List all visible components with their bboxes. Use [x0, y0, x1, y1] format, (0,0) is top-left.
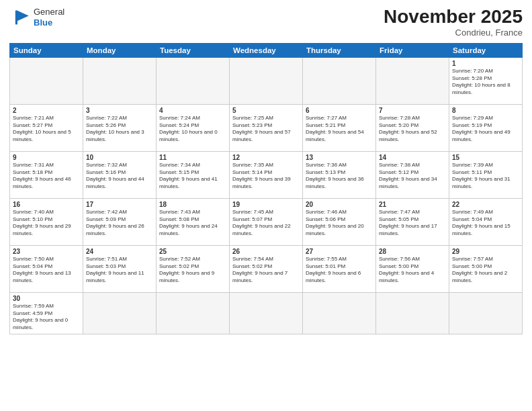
logo-blue: Blue — [34, 17, 52, 28]
day-number: 17 — [86, 201, 153, 208]
table-row: 11Sunrise: 7:34 AM Sunset: 5:15 PM Dayli… — [157, 151, 230, 198]
day-info: Sunrise: 7:54 AM Sunset: 5:02 PM Dayligh… — [232, 256, 300, 285]
day-number: 29 — [452, 248, 519, 255]
svg-marker-0 — [17, 10, 29, 21]
day-number: 7 — [379, 107, 446, 114]
title-block: November 2025 Condrieu, France — [384, 7, 523, 38]
day-info: Sunrise: 7:52 AM Sunset: 5:02 PM Dayligh… — [159, 256, 226, 285]
day-info: Sunrise: 7:35 AM Sunset: 5:14 PM Dayligh… — [232, 162, 300, 191]
table-row: 7Sunrise: 7:28 AM Sunset: 5:20 PM Daylig… — [376, 104, 449, 151]
location: Condrieu, France — [384, 28, 523, 38]
calendar-table: Sunday Monday Tuesday Wednesday Thursday… — [9, 43, 523, 334]
table-row: 22Sunrise: 7:49 AM Sunset: 5:04 PM Dayli… — [449, 198, 523, 245]
day-info: Sunrise: 7:32 AM Sunset: 5:16 PM Dayligh… — [86, 162, 153, 191]
day-info: Sunrise: 7:21 AM Sunset: 5:27 PM Dayligh… — [13, 115, 80, 144]
week-row-4: 16Sunrise: 7:40 AM Sunset: 5:10 PM Dayli… — [10, 198, 523, 245]
col-sunday: Sunday — [10, 43, 83, 57]
day-info: Sunrise: 7:39 AM Sunset: 5:11 PM Dayligh… — [452, 162, 519, 191]
day-number: 13 — [306, 154, 373, 161]
table-row: 30Sunrise: 7:59 AM Sunset: 4:59 PM Dayli… — [10, 292, 83, 334]
logo: General Blue — [9, 7, 64, 28]
table-row: 10Sunrise: 7:32 AM Sunset: 5:16 PM Dayli… — [83, 151, 157, 198]
day-number: 23 — [13, 248, 80, 255]
table-row: 3Sunrise: 7:22 AM Sunset: 5:26 PM Daylig… — [83, 104, 157, 151]
week-row-3: 9Sunrise: 7:31 AM Sunset: 5:18 PM Daylig… — [10, 151, 523, 198]
table-row: 2Sunrise: 7:21 AM Sunset: 5:27 PM Daylig… — [10, 104, 83, 151]
table-row: 4Sunrise: 7:24 AM Sunset: 5:24 PM Daylig… — [157, 104, 230, 151]
day-number: 5 — [232, 107, 300, 114]
table-row: 5Sunrise: 7:25 AM Sunset: 5:23 PM Daylig… — [230, 104, 303, 151]
day-info: Sunrise: 7:51 AM Sunset: 5:03 PM Dayligh… — [86, 256, 153, 285]
day-info: Sunrise: 7:36 AM Sunset: 5:13 PM Dayligh… — [306, 162, 373, 191]
day-number: 1 — [452, 60, 519, 67]
table-row — [303, 57, 376, 104]
table-row: 20Sunrise: 7:46 AM Sunset: 5:06 PM Dayli… — [303, 198, 376, 245]
day-number: 26 — [232, 248, 300, 255]
table-row: 12Sunrise: 7:35 AM Sunset: 5:14 PM Dayli… — [230, 151, 303, 198]
table-row: 8Sunrise: 7:29 AM Sunset: 5:19 PM Daylig… — [449, 104, 523, 151]
day-info: Sunrise: 7:24 AM Sunset: 5:24 PM Dayligh… — [159, 115, 226, 144]
day-info: Sunrise: 7:56 AM Sunset: 5:00 PM Dayligh… — [379, 256, 446, 285]
day-info: Sunrise: 7:55 AM Sunset: 5:01 PM Dayligh… — [306, 256, 373, 285]
day-info: Sunrise: 7:49 AM Sunset: 5:04 PM Dayligh… — [452, 209, 519, 238]
day-info: Sunrise: 7:38 AM Sunset: 5:12 PM Dayligh… — [379, 162, 446, 191]
day-number: 28 — [379, 248, 446, 255]
table-row: 9Sunrise: 7:31 AM Sunset: 5:18 PM Daylig… — [10, 151, 83, 198]
table-row: 26Sunrise: 7:54 AM Sunset: 5:02 PM Dayli… — [230, 245, 303, 292]
table-row: 23Sunrise: 7:50 AM Sunset: 5:04 PM Dayli… — [10, 245, 83, 292]
day-number: 9 — [13, 154, 80, 161]
week-row-1: 1Sunrise: 7:20 AM Sunset: 5:28 PM Daylig… — [10, 57, 523, 104]
col-wednesday: Wednesday — [230, 43, 303, 57]
table-row — [83, 292, 157, 334]
table-row: 25Sunrise: 7:52 AM Sunset: 5:02 PM Dayli… — [157, 245, 230, 292]
table-row — [376, 57, 449, 104]
logo-icon — [9, 8, 31, 27]
table-row — [10, 57, 83, 104]
table-row: 21Sunrise: 7:47 AM Sunset: 5:05 PM Dayli… — [376, 198, 449, 245]
col-saturday: Saturday — [449, 43, 523, 57]
week-row-6: 30Sunrise: 7:59 AM Sunset: 4:59 PM Dayli… — [10, 292, 523, 334]
table-row: 27Sunrise: 7:55 AM Sunset: 5:01 PM Dayli… — [303, 245, 376, 292]
table-row — [83, 57, 157, 104]
day-number: 22 — [452, 201, 519, 208]
day-number: 19 — [232, 201, 300, 208]
day-number: 6 — [306, 107, 373, 114]
calendar-header-row: Sunday Monday Tuesday Wednesday Thursday… — [10, 43, 523, 57]
day-info: Sunrise: 7:27 AM Sunset: 5:21 PM Dayligh… — [306, 115, 373, 144]
logo-general: General — [34, 7, 64, 17]
table-row: 15Sunrise: 7:39 AM Sunset: 5:11 PM Dayli… — [449, 151, 523, 198]
day-info: Sunrise: 7:47 AM Sunset: 5:05 PM Dayligh… — [379, 209, 446, 238]
table-row: 6Sunrise: 7:27 AM Sunset: 5:21 PM Daylig… — [303, 104, 376, 151]
day-number: 4 — [159, 107, 226, 114]
day-info: Sunrise: 7:40 AM Sunset: 5:10 PM Dayligh… — [13, 209, 80, 238]
svg-rect-1 — [15, 10, 17, 24]
col-thursday: Thursday — [303, 43, 376, 57]
table-row — [230, 292, 303, 334]
table-row — [230, 57, 303, 104]
day-info: Sunrise: 7:25 AM Sunset: 5:23 PM Dayligh… — [232, 115, 300, 144]
col-friday: Friday — [376, 43, 449, 57]
week-row-2: 2Sunrise: 7:21 AM Sunset: 5:27 PM Daylig… — [10, 104, 523, 151]
day-number: 24 — [86, 248, 153, 255]
table-row — [157, 292, 230, 334]
month-title: November 2025 — [384, 7, 523, 28]
table-row: 17Sunrise: 7:42 AM Sunset: 5:09 PM Dayli… — [83, 198, 157, 245]
day-number: 14 — [379, 154, 446, 161]
col-tuesday: Tuesday — [157, 43, 230, 57]
day-number: 21 — [379, 201, 446, 208]
day-info: Sunrise: 7:22 AM Sunset: 5:26 PM Dayligh… — [86, 115, 153, 144]
day-number: 12 — [232, 154, 300, 161]
day-info: Sunrise: 7:59 AM Sunset: 4:59 PM Dayligh… — [13, 303, 80, 332]
table-row: 28Sunrise: 7:56 AM Sunset: 5:00 PM Dayli… — [376, 245, 449, 292]
day-number: 16 — [13, 201, 80, 208]
day-info: Sunrise: 7:46 AM Sunset: 5:06 PM Dayligh… — [306, 209, 373, 238]
day-info: Sunrise: 7:31 AM Sunset: 5:18 PM Dayligh… — [13, 162, 80, 191]
table-row: 1Sunrise: 7:20 AM Sunset: 5:28 PM Daylig… — [449, 57, 523, 104]
day-info: Sunrise: 7:57 AM Sunset: 5:00 PM Dayligh… — [452, 256, 519, 285]
table-row: 13Sunrise: 7:36 AM Sunset: 5:13 PM Dayli… — [303, 151, 376, 198]
table-row — [157, 57, 230, 104]
day-number: 18 — [159, 201, 226, 208]
table-row — [303, 292, 376, 334]
table-row: 16Sunrise: 7:40 AM Sunset: 5:10 PM Dayli… — [10, 198, 83, 245]
day-number: 27 — [306, 248, 373, 255]
